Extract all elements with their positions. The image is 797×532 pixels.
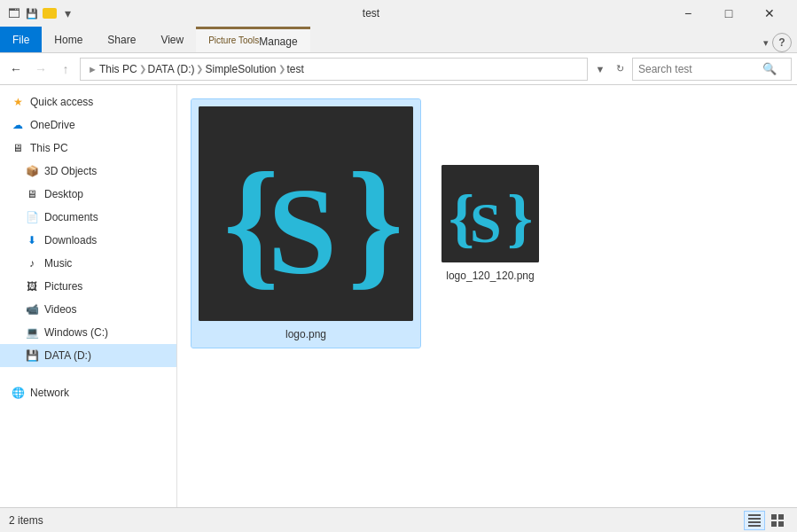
app-icon: 🗔: [7, 6, 21, 20]
sidebar-label-downloads: Downloads: [44, 234, 97, 246]
sidebar-label-3d-objects: 3D Objects: [44, 165, 97, 177]
sidebar-item-this-pc[interactable]: 🖥 This PC: [0, 137, 176, 160]
quick-access-toolbar-save[interactable]: 💾: [25, 6, 39, 20]
sidebar-label-documents: Documents: [44, 211, 98, 223]
svg-rect-11: [748, 525, 761, 527]
pictures-icon: 🖼: [25, 279, 39, 293]
sidebar-label-this-pc: This PC: [30, 142, 68, 154]
sidebar-item-3d-objects[interactable]: 📦 3D Objects: [0, 160, 176, 183]
help-button[interactable]: ?: [772, 33, 792, 52]
svg-rect-10: [748, 521, 761, 523]
search-icon[interactable]: 🔍: [762, 62, 777, 75]
logo-png-thumbnail: { } S: [199, 106, 413, 321]
sidebar-item-windows-c[interactable]: 💻 Windows (C:): [0, 321, 176, 344]
path-simple-solution[interactable]: SimpleSolution: [205, 63, 276, 75]
ribbon-expand-btn[interactable]: ▾: [763, 37, 769, 49]
svg-rect-12: [771, 514, 777, 520]
title-bar: 🗔 💾 ▾ test − □ ✕: [0, 0, 797, 27]
logo-png-svg: { } S: [199, 106, 413, 321]
sidebar-item-quick-access[interactable]: ★ Quick access: [0, 90, 176, 113]
path-refresh-btn[interactable]: ↻: [611, 58, 629, 81]
sidebar-label-quick-access: Quick access: [30, 96, 93, 108]
large-icons-view-button[interactable]: [767, 511, 788, 530]
videos-icon: 📹: [25, 302, 39, 317]
sidebar-item-documents[interactable]: 📄 Documents: [0, 206, 176, 229]
svg-rect-9: [748, 518, 761, 520]
sidebar-label-pictures: Pictures: [44, 280, 82, 293]
file-item-logo-120-png[interactable]: { } S logo_120_120.png: [434, 99, 546, 289]
tab-file[interactable]: File: [0, 27, 42, 52]
back-button[interactable]: ←: [5, 59, 27, 80]
sidebar-label-videos: Videos: [44, 303, 76, 316]
svg-rect-8: [748, 514, 761, 516]
forward-button[interactable]: →: [30, 59, 51, 80]
onedrive-icon: ☁: [11, 118, 25, 132]
view-toggle-buttons: [744, 511, 788, 530]
logo-120-thumbnail: { } S: [441, 165, 539, 262]
window-title: test: [74, 7, 668, 20]
items-count: 2 items: [9, 514, 43, 527]
sidebar-item-downloads[interactable]: ⬇ Downloads: [0, 229, 176, 252]
window-controls: − □ ✕: [668, 0, 790, 27]
sidebar-label-desktop: Desktop: [44, 188, 83, 200]
status-bar: 2 items: [0, 507, 797, 532]
logo-120-svg: { } S: [441, 165, 539, 262]
up-button[interactable]: ↑: [55, 59, 76, 80]
large-icons-view-icon: [771, 514, 784, 527]
3d-objects-icon: 📦: [25, 164, 39, 178]
sidebar-item-network[interactable]: 🌐 Network: [0, 381, 176, 404]
search-box[interactable]: 🔍: [632, 58, 792, 81]
downloads-icon: ⬇: [25, 233, 39, 247]
main-layout: ★ Quick access ☁ OneDrive 🖥 This PC 📦 3D…: [0, 85, 797, 507]
network-icon: 🌐: [11, 386, 25, 400]
path-sep-2: ❯: [196, 64, 203, 74]
file-content: { } S logo.png { } S: [177, 85, 797, 507]
search-input[interactable]: [638, 63, 762, 75]
picture-tools-label: Picture Tools: [208, 36, 259, 45]
tab-home[interactable]: Home: [42, 27, 95, 52]
svg-text:}: }: [507, 182, 533, 254]
sidebar-item-data-d[interactable]: 💾 DATA (D:): [0, 344, 176, 367]
tab-share[interactable]: Share: [95, 27, 148, 52]
svg-text:S: S: [470, 192, 502, 254]
details-view-button[interactable]: [744, 511, 765, 530]
quick-access-icon: ★: [11, 95, 25, 109]
desktop-icon: 🖥: [25, 187, 39, 201]
sidebar-item-music[interactable]: ♪ Music: [0, 252, 176, 275]
maximize-button[interactable]: □: [708, 0, 749, 27]
details-view-icon: [748, 514, 761, 527]
path-test[interactable]: test: [287, 63, 304, 75]
sidebar-label-music: Music: [44, 257, 72, 270]
music-icon: ♪: [25, 256, 39, 270]
close-button[interactable]: ✕: [749, 0, 790, 27]
path-dropdown-btn[interactable]: ▼: [591, 58, 609, 81]
file-item-logo-png[interactable]: { } S logo.png: [191, 99, 420, 348]
sidebar-label-data-d: DATA (D:): [44, 349, 91, 362]
sidebar-item-onedrive[interactable]: ☁ OneDrive: [0, 113, 176, 137]
sidebar-item-videos[interactable]: 📹 Videos: [0, 298, 176, 321]
sidebar-label-windows-c: Windows (C:): [44, 326, 108, 339]
path-sep-1: ❯: [139, 64, 146, 74]
tab-picture-tools-manage[interactable]: Picture Tools Manage: [196, 27, 309, 52]
svg-text:S: S: [268, 162, 337, 300]
sidebar-item-desktop[interactable]: 🖥 Desktop: [0, 183, 176, 206]
minimize-button[interactable]: −: [668, 0, 708, 27]
title-bar-folder-icon: [43, 6, 57, 20]
svg-text:}: }: [348, 144, 403, 301]
address-path[interactable]: ► This PC ❯ DATA (D:) ❯ SimpleSolution ❯…: [80, 58, 588, 81]
sidebar-label-onedrive: OneDrive: [30, 119, 75, 131]
sidebar-label-network: Network: [30, 387, 69, 399]
title-bar-down-arrow[interactable]: ▾: [60, 6, 74, 20]
tab-view[interactable]: View: [148, 27, 196, 52]
title-bar-icons: 🗔 💾 ▾: [7, 6, 74, 20]
this-pc-icon: 🖥: [11, 141, 25, 155]
path-arrow: ►: [88, 64, 98, 74]
address-controls: ▼ ↻: [591, 58, 629, 81]
path-data-d[interactable]: DATA (D:): [148, 63, 195, 75]
sidebar-item-pictures[interactable]: 🖼 Pictures: [0, 275, 176, 298]
svg-rect-15: [778, 521, 784, 527]
manage-label: Manage: [259, 36, 297, 47]
path-this-pc[interactable]: This PC: [99, 63, 137, 75]
address-bar: ← → ↑ ► This PC ❯ DATA (D:) ❯ SimpleSolu…: [0, 53, 797, 85]
windows-c-icon: 💻: [25, 325, 39, 340]
